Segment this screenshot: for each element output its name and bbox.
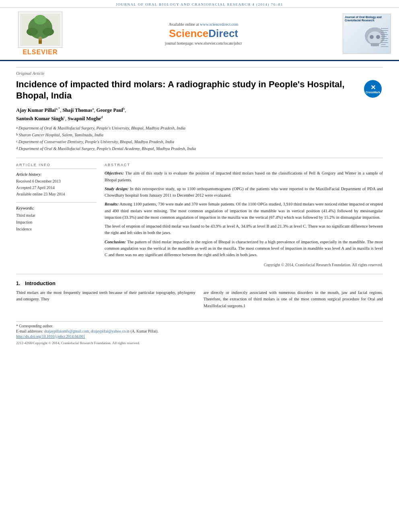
svg-rect-21	[381, 46, 388, 47]
author-2: Shaji Thomasa,	[62, 107, 96, 113]
keyword-3: Incidence	[16, 226, 97, 232]
svg-rect-15	[381, 34, 388, 35]
svg-point-10	[376, 35, 380, 39]
corresponding-author-note: * Corresponding author.	[16, 324, 383, 328]
svg-rect-12	[381, 28, 388, 29]
section-title: Introduction	[25, 280, 56, 286]
svg-point-6	[38, 37, 42, 41]
results-text: Among 1100 patients, 730 were male and 3…	[105, 202, 383, 220]
authors-list: Ajay Kumar Pillaia,*, Shaji Thomasa, Geo…	[16, 106, 383, 123]
svg-point-9	[370, 35, 374, 39]
section-divider	[16, 274, 383, 274]
svg-rect-19	[381, 42, 388, 43]
abstract-copyright: Copyright © 2014, Craniofacial Research …	[105, 262, 383, 268]
svg-rect-17	[381, 38, 388, 39]
journal-homepage: journal homepage: www.elsevier.com/locat…	[72, 41, 335, 45]
article-history-label: Article history:	[16, 172, 97, 177]
page-header: ELSEVIER Available online at www.science…	[0, 8, 399, 61]
footer-copyright: 2212-4268/Copyright © 2014, Craniofacial…	[16, 341, 383, 345]
svg-point-4	[43, 28, 54, 36]
affiliation-d: d Department of Oral & Maxillofacial Sur…	[16, 146, 383, 152]
author-3: George Paulb,	[96, 107, 126, 113]
journal-cover-image: Journal of Oral Biology and Craniofacial…	[343, 14, 391, 54]
received-date: Received 6 December 2013	[16, 178, 97, 185]
svg-point-3	[27, 28, 38, 36]
abstract-header: Abstract	[105, 163, 383, 167]
svg-rect-20	[381, 44, 386, 45]
svg-rect-13	[381, 30, 388, 31]
sciencedirect-logo: ScienceDirect	[72, 27, 335, 40]
intro-col-1: Third molars are the most frequently imp…	[16, 290, 195, 309]
abstract-body: Objectives: The aim of this study is to …	[105, 170, 383, 268]
affiliation-a: a Department of Oral & Maxillofacial Sur…	[16, 125, 383, 131]
footnotes-area: * Corresponding author. E-mail addresses…	[16, 321, 383, 345]
svg-rect-14	[381, 32, 387, 33]
author-1: Ajay Kumar Pillaia,*,	[16, 107, 62, 113]
intro-col-2: are directly or indirectly associated wi…	[204, 290, 383, 309]
abstract-column: Abstract Objectives: The aim of this stu…	[105, 163, 383, 268]
main-content: Original Article Incidence of impacted t…	[0, 61, 399, 351]
introduction-body: Third molars are the most frequently imp…	[16, 290, 383, 309]
svg-rect-18	[381, 40, 387, 41]
sciencedirect-url[interactable]: www.sciencedirect.com	[200, 22, 238, 27]
affiliation-b: b Sharon Cancer Hospital, Salem, Tamilna…	[16, 132, 383, 138]
crossmark-badge: ✕ CrossMark	[363, 79, 383, 99]
article-info-abstract-section: Article Info Article history: Received 6…	[16, 158, 383, 268]
svg-rect-11	[371, 43, 379, 46]
abstract-objectives: Objectives: The aim of this study is to …	[105, 170, 383, 183]
journal-homepage-text: journal homepage: www.elsevier.com/locat…	[165, 41, 242, 45]
crossmark-label: CrossMark	[366, 91, 380, 94]
email-label: E-mail addresses:	[16, 329, 43, 333]
results-label: Results:	[105, 202, 119, 206]
email-1[interactable]: drajaypillaiomfs@gmail.com	[44, 329, 89, 333]
elsevier-wordmark: ELSEVIER	[23, 49, 58, 56]
doi-link[interactable]: http://dx.doi.org/10.1016/j.jobcr.2014.0…	[16, 335, 383, 339]
abstract-results-2: The level of eruption of impacted third …	[105, 223, 383, 236]
journal-cover-area: Journal of Oral Biology and Craniofacial…	[335, 14, 391, 54]
abstract-study-design: Study design: In this retrospective stud…	[105, 186, 383, 199]
keyword-2: Impaction	[16, 219, 97, 226]
conclusion-text: The pattern of third molar impaction in …	[105, 240, 383, 257]
article-title: Incidence of impacted third molars: A ra…	[16, 79, 357, 101]
keyword-1: Third molar	[16, 212, 97, 219]
corresponding-author-label: * Corresponding author.	[16, 324, 53, 328]
journal-cover-title: Journal of Oral Biology and Craniofacial…	[345, 16, 389, 23]
header-center: Available online at www.sciencedirect.co…	[72, 22, 335, 45]
email-2[interactable]: drajaypillai@yahoo.co.in	[91, 329, 130, 333]
article-title-row: Incidence of impacted third molars: A ra…	[16, 79, 383, 101]
objectives-text: The aim of this study is to evaluate the…	[105, 171, 383, 182]
svg-point-8	[368, 31, 382, 44]
elsevier-tree-logo	[18, 12, 62, 48]
article-type-label: Original Article	[16, 67, 383, 76]
accepted-date: Accepted 27 April 2014	[16, 185, 97, 191]
abstract-results: Results: Among 1100 patients, 730 were m…	[105, 201, 383, 221]
affiliations-list: a Department of Oral & Maxillofacial Sur…	[16, 125, 383, 152]
svg-rect-16	[381, 36, 387, 37]
available-online-text: Available online at www.sciencedirect.co…	[72, 22, 335, 27]
intro-col-2-text: are directly or indirectly associated wi…	[204, 290, 383, 308]
keywords-label: Keywords:	[16, 202, 97, 210]
article-info-column: Article Info Article history: Received 6…	[16, 163, 97, 268]
journal-banner: Journal of Oral Biology and Craniofacial…	[0, 0, 399, 8]
journal-banner-text: Journal of Oral Biology and Craniofacial…	[116, 2, 283, 6]
article-info-header: Article Info	[16, 163, 97, 169]
introduction-section: 1. Introduction Third molars are the mos…	[16, 280, 383, 309]
abstract-conclusion: Conclusion: The pattern of third molar i…	[105, 239, 383, 259]
available-date: Available online 23 May 2014	[16, 191, 97, 197]
affiliation-c: c Department of Conservative Dentistry, …	[16, 139, 383, 145]
elsevier-logo-area: ELSEVIER	[8, 12, 72, 56]
objectives-label: Objectives:	[105, 171, 124, 175]
email-attribution: (A. Kumar Pillai).	[131, 329, 158, 333]
section-number: 1.	[16, 281, 20, 286]
svg-point-5	[34, 15, 46, 25]
conclusion-label: Conclusion:	[105, 240, 126, 244]
crossmark-circle: ✕ CrossMark	[364, 80, 382, 98]
study-design-text: In this retrospective study, up to 1100 …	[105, 187, 383, 197]
introduction-heading: 1. Introduction	[16, 280, 383, 286]
study-design-label: Study design:	[105, 187, 128, 191]
author-5: Swapnil Moghed	[68, 116, 103, 121]
email-note: E-mail addresses: drajaypillaiomfs@gmail…	[16, 329, 383, 333]
author-4: Santosh Kumar Singhc,	[16, 116, 68, 121]
